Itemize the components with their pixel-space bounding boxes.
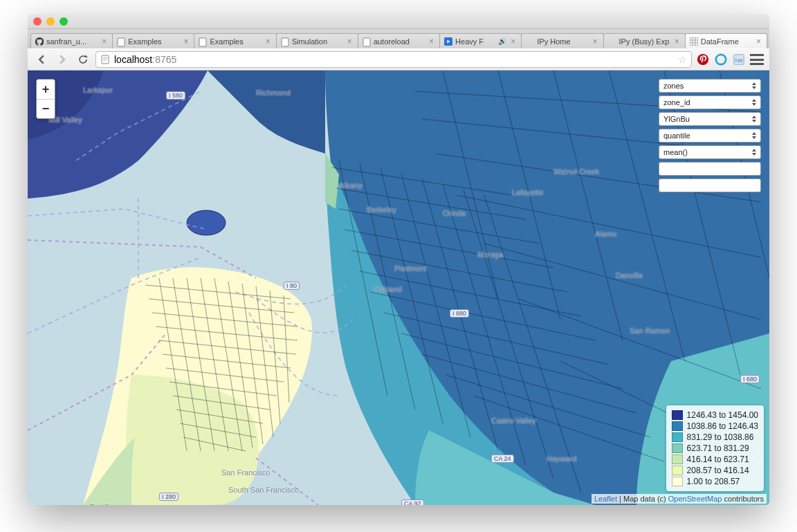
legend-row: 1.00 to 208.57 — [672, 476, 758, 487]
window-traffic-lights — [33, 17, 68, 26]
updown-icon — [750, 131, 758, 140]
scheme-select-value: quantile — [663, 131, 690, 140]
svg-point-8 — [716, 55, 726, 64]
tab-close-icon[interactable]: × — [182, 37, 190, 46]
legend-label: 623.71 to 831.29 — [687, 443, 749, 453]
zoom-in-button[interactable]: + — [37, 80, 55, 99]
window-titlebar — [28, 14, 769, 29]
pinterest-extension-icon[interactable] — [696, 53, 710, 66]
grid-favicon-icon — [690, 37, 698, 46]
window-minimize-icon[interactable] — [46, 17, 55, 26]
browser-tab[interactable]: Simulation× — [276, 33, 358, 48]
legend-row: 1246.43 to 1454.00 — [672, 410, 758, 421]
address-bar[interactable]: localhost:8765 ☆ — [95, 51, 692, 68]
browser-tab[interactable]: IPy (Busy) Exp× — [603, 33, 686, 48]
tab-label: IPy Home — [537, 37, 588, 46]
svg-point-12 — [187, 210, 226, 235]
legend-label: 1038.86 to 1246.43 — [687, 421, 758, 431]
browser-tab[interactable]: DataFrame× — [685, 33, 767, 48]
tab-close-icon[interactable]: × — [264, 37, 272, 46]
agg-select[interactable]: mean() — [659, 145, 761, 159]
tab-label: Examples — [128, 37, 179, 46]
filter-input-1[interactable] — [659, 162, 761, 176]
tab-close-icon[interactable]: × — [100, 37, 108, 46]
tab-label: Examples — [210, 37, 261, 46]
page-icon — [100, 55, 110, 64]
layer-select[interactable]: zones — [659, 79, 761, 93]
svg-rect-6 — [102, 55, 109, 64]
browser-tab[interactable]: IPy Home× — [521, 33, 603, 48]
play-favicon-icon — [444, 37, 452, 46]
legend-swatch — [672, 443, 683, 453]
browser-tab[interactable]: autoreload× — [358, 33, 440, 48]
osm-link[interactable]: OpenStreetMap — [668, 495, 722, 503]
updown-icon — [750, 98, 758, 107]
tab-close-icon[interactable]: × — [755, 37, 762, 46]
legend-label: 831.29 to 1038.86 — [687, 432, 754, 442]
leaflet-link[interactable]: Leaflet — [594, 495, 617, 503]
legend-label: 416.14 to 623.71 — [687, 455, 749, 464]
svg-text:NB: NB — [735, 57, 742, 64]
legend-swatch — [672, 410, 683, 420]
scheme-select[interactable]: quantile — [659, 129, 761, 143]
tab-close-icon[interactable]: × — [509, 37, 517, 46]
tab-close-icon[interactable]: × — [673, 37, 681, 46]
address-text: localhost:8765 — [114, 54, 674, 65]
colormap-select-value: YlGnBu — [663, 115, 690, 123]
nav-forward-button[interactable] — [54, 52, 71, 67]
svg-rect-5 — [690, 37, 698, 46]
doc-favicon-icon — [117, 37, 125, 46]
svg-rect-0 — [118, 38, 125, 46]
legend-swatch — [672, 455, 683, 464]
nav-back-button[interactable] — [33, 52, 50, 67]
svg-rect-3 — [363, 38, 370, 46]
legend-row: 416.14 to 623.71 — [672, 454, 758, 465]
tab-close-icon[interactable]: × — [346, 37, 354, 46]
browser-tabs: sanfran_u...×Examples×Examples×Simulatio… — [28, 29, 769, 48]
tab-close-icon[interactable]: × — [428, 37, 435, 46]
bookmark-star-icon[interactable]: ☆ — [678, 54, 687, 65]
tab-label: Simulation — [292, 37, 343, 46]
extension-icon-2[interactable] — [714, 53, 728, 66]
tab-label: autoreload — [374, 37, 425, 46]
map-viewport[interactable]: RichmondAlbanyBerkeleyPiedmontOaklandOri… — [28, 71, 769, 505]
none-favicon-icon — [526, 37, 534, 46]
browser-window: sanfran_u...×Examples×Examples×Simulatio… — [28, 14, 769, 505]
browser-toolbar: localhost:8765 ☆ NB — [28, 48, 769, 71]
legend-label: 1246.43 to 1454.00 — [687, 410, 758, 420]
window-close-icon[interactable] — [33, 17, 42, 26]
browser-menu-button[interactable] — [750, 54, 764, 65]
legend-row: 831.29 to 1038.86 — [672, 432, 758, 443]
none-favicon-icon — [608, 37, 616, 46]
browser-tab[interactable]: Examples× — [194, 33, 276, 48]
legend-swatch — [672, 477, 683, 486]
browser-tab[interactable]: sanfran_u...× — [30, 33, 113, 48]
idfield-select[interactable]: zone_id — [659, 95, 761, 109]
legend-swatch — [672, 432, 683, 442]
map-legend: 1246.43 to 1454.001038.86 to 1246.43831.… — [666, 405, 764, 491]
nav-reload-button[interactable] — [75, 52, 91, 67]
tab-close-icon[interactable]: × — [592, 37, 599, 46]
layer-select-value: zones — [663, 82, 684, 90]
zoom-control: + − — [36, 79, 55, 119]
map-controls-panel: zones zone_id YlGnBu quantile mean() — [659, 79, 761, 192]
updown-icon — [750, 81, 758, 91]
legend-row: 1038.86 to 1246.43 — [672, 421, 758, 432]
window-zoom-icon[interactable] — [59, 17, 68, 26]
agg-select-value: mean() — [663, 148, 688, 156]
tab-label: IPy (Busy) Exp — [619, 37, 670, 46]
extension-icon-3[interactable]: NB — [732, 53, 746, 66]
zoom-out-button[interactable]: − — [37, 99, 55, 118]
browser-tab[interactable]: Heavy F🔊× — [439, 33, 522, 48]
svg-rect-2 — [282, 38, 288, 46]
map-attribution: Leaflet | Map data (c) OpenStreetMap con… — [592, 494, 767, 504]
filter-input-2[interactable] — [659, 178, 761, 192]
doc-favicon-icon — [281, 37, 289, 46]
legend-label: 1.00 to 208.57 — [687, 477, 740, 486]
browser-tab[interactable]: Examples× — [112, 33, 194, 48]
legend-label: 208.57 to 416.14 — [687, 466, 749, 475]
colormap-select[interactable]: YlGnBu — [659, 112, 761, 126]
github-favicon-icon — [35, 37, 44, 46]
legend-swatch — [672, 421, 683, 431]
tab-audio-icon[interactable]: 🔊 — [498, 37, 506, 45]
